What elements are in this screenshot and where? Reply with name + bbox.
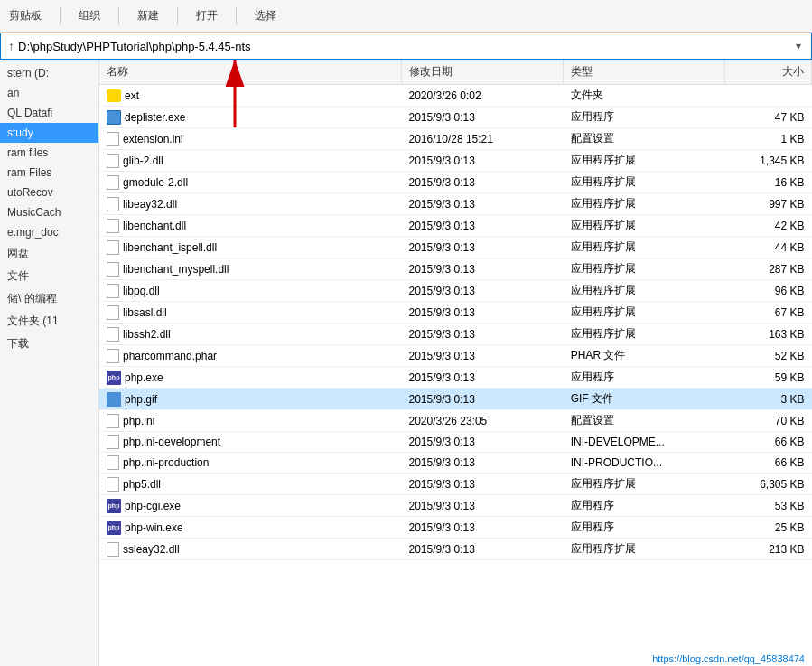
file-type-cell: 应用程序 bbox=[564, 107, 725, 128]
sidebar-item-8[interactable]: MusicCach bbox=[0, 202, 98, 222]
table-row[interactable]: gmodule-2.dll2015/9/3 0:13应用程序扩展16 KB bbox=[99, 172, 812, 193]
table-row[interactable]: extension.ini2016/10/28 15:21配置设置1 KB bbox=[99, 128, 812, 150]
file-date-cell: 2015/9/3 0:13 bbox=[402, 324, 564, 345]
col-header-size[interactable]: 大小 bbox=[725, 60, 812, 85]
file-date-cell: 2020/3/26 0:02 bbox=[402, 85, 564, 107]
address-bar-nav: ↑ bbox=[5, 39, 18, 53]
file-type-cell: 配置设置 bbox=[564, 128, 725, 150]
toolbar-clipboard[interactable]: 剪贴板 bbox=[9, 8, 42, 23]
table-row[interactable]: libenchant.dll2015/9/3 0:13应用程序扩展42 KB bbox=[99, 215, 812, 237]
file-date-cell: 2016/10/28 15:21 bbox=[402, 128, 564, 150]
table-row[interactable]: libenchant_myspell.dll2015/9/3 0:13应用程序扩… bbox=[99, 258, 812, 280]
file-name-cell: php5.dll bbox=[99, 474, 402, 495]
address-nav-up-icon[interactable]: ↑ bbox=[8, 39, 14, 53]
file-size-cell: 25 KB bbox=[725, 517, 812, 539]
file-size-cell: 163 KB bbox=[725, 324, 812, 345]
sidebar-item-3[interactable]: study bbox=[0, 123, 98, 143]
file-name-label: php-win.exe bbox=[125, 521, 183, 534]
file-type-cell: 应用程序 bbox=[564, 517, 725, 539]
file-name-cell: libssh2.dll bbox=[99, 324, 402, 345]
sidebar-item-7[interactable]: utoRecov bbox=[0, 183, 98, 202]
table-row[interactable]: libenchant_ispell.dll2015/9/3 0:13应用程序扩展… bbox=[99, 237, 812, 258]
file-type-cell: 文件夹 bbox=[564, 85, 725, 107]
file-type-cell: 应用程序扩展 bbox=[564, 324, 725, 345]
file-name-cell: libenchant_myspell.dll bbox=[99, 258, 402, 280]
file-size-cell: 16 KB bbox=[725, 172, 812, 193]
file-name-cell: phpphp.exe bbox=[99, 367, 402, 389]
table-row[interactable]: libpq.dll2015/9/3 0:13应用程序扩展96 KB bbox=[99, 280, 812, 302]
col-header-name[interactable]: 名称 bbox=[99, 60, 402, 85]
table-row[interactable]: php.ini2020/3/26 23:05配置设置70 KB bbox=[99, 410, 812, 432]
table-row[interactable]: phpphp.exe2015/9/3 0:13应用程序59 KB bbox=[99, 367, 812, 389]
address-bar: ↑ ▾ bbox=[0, 33, 812, 60]
file-name-label: ext bbox=[125, 89, 139, 102]
sidebar-item-10[interactable]: 网盘 bbox=[0, 242, 98, 265]
dll-icon bbox=[107, 305, 119, 320]
address-bar-input[interactable] bbox=[18, 40, 789, 53]
table-row[interactable]: ssleay32.dll2015/9/3 0:13应用程序扩展213 KB bbox=[99, 539, 812, 560]
sidebar-item-4[interactable]: ram files bbox=[0, 143, 98, 163]
dll-icon bbox=[107, 262, 119, 277]
sidebar-item-13[interactable]: 储\ 的编程 bbox=[0, 287, 98, 310]
ini-icon bbox=[107, 414, 119, 428]
sidebar-item-1[interactable]: an bbox=[0, 83, 98, 103]
table-row[interactable]: php5.dll2015/9/3 0:13应用程序扩展6,305 KB bbox=[99, 474, 812, 495]
main-layout: stern (D: an QL Datafi study ram files r… bbox=[0, 60, 812, 666]
table-row[interactable]: phpphp-win.exe2015/9/3 0:13应用程序25 KB bbox=[99, 517, 812, 539]
dll-icon bbox=[107, 284, 119, 298]
watermark: https://blog.csdn.net/qq_45838474 bbox=[652, 653, 805, 664]
file-date-cell: 2015/9/3 0:13 bbox=[402, 172, 564, 193]
file-name-cell: phpphp-win.exe bbox=[99, 517, 402, 539]
folder-icon bbox=[107, 89, 121, 102]
file-date-cell: 2015/9/3 0:13 bbox=[402, 258, 564, 280]
toolbar-select[interactable]: 选择 bbox=[255, 8, 276, 23]
sidebar-item-5[interactable]: ram Files bbox=[0, 163, 98, 183]
toolbar: 剪贴板 组织 新建 打开 选择 bbox=[0, 0, 812, 33]
sidebar-item-2[interactable]: QL Datafi bbox=[0, 103, 98, 123]
table-row[interactable]: glib-2.dll2015/9/3 0:13应用程序扩展1,345 KB bbox=[99, 150, 812, 172]
file-size-cell: 3 KB bbox=[725, 389, 812, 410]
table-row[interactable]: php.ini-production2015/9/3 0:13INI-PRODU… bbox=[99, 453, 812, 474]
dll-icon bbox=[107, 327, 119, 342]
gif-icon bbox=[107, 392, 121, 407]
dll-icon bbox=[107, 219, 119, 233]
table-row[interactable]: deplister.exe2015/9/3 0:13应用程序47 KB bbox=[99, 107, 812, 128]
toolbar-new[interactable]: 新建 bbox=[137, 8, 159, 23]
toolbar-open[interactable]: 打开 bbox=[196, 8, 218, 23]
sidebar-item-17[interactable]: 下载 bbox=[0, 333, 98, 355]
file-size-cell: 1 KB bbox=[725, 128, 812, 150]
toolbar-organize[interactable]: 组织 bbox=[79, 8, 100, 23]
sidebar-item-9[interactable]: e.mgr_doc bbox=[0, 222, 98, 242]
table-row[interactable]: libssh2.dll2015/9/3 0:13应用程序扩展163 KB bbox=[99, 324, 812, 345]
table-row[interactable]: php.ini-development2015/9/3 0:13INI-DEVE… bbox=[99, 432, 812, 453]
table-row[interactable]: libeay32.dll2015/9/3 0:13应用程序扩展997 KB bbox=[99, 193, 812, 215]
table-row[interactable]: libsasl.dll2015/9/3 0:13应用程序扩展67 KB bbox=[99, 302, 812, 324]
sidebar-item-0[interactable]: stern (D: bbox=[0, 63, 98, 83]
table-row[interactable]: php.gif2015/9/3 0:13GIF 文件3 KB bbox=[99, 389, 812, 410]
file-name-cell: glib-2.dll bbox=[99, 150, 402, 172]
sidebar-item-11[interactable]: 文件 bbox=[0, 265, 98, 287]
table-row[interactable]: pharcommand.phar2015/9/3 0:13PHAR 文件52 K… bbox=[99, 345, 812, 367]
file-type-cell: 配置设置 bbox=[564, 410, 725, 432]
file-date-cell: 2015/9/3 0:13 bbox=[402, 453, 564, 474]
file-type-cell: GIF 文件 bbox=[564, 389, 725, 410]
col-header-date[interactable]: 修改日期 bbox=[402, 60, 564, 85]
address-bar-dropdown-icon[interactable]: ▾ bbox=[789, 33, 807, 59]
file-name-label: php.ini bbox=[123, 415, 154, 427]
dll-icon bbox=[107, 197, 119, 211]
file-size-cell bbox=[725, 85, 812, 107]
file-type-cell: 应用程序 bbox=[564, 495, 725, 517]
col-header-type[interactable]: 类型 bbox=[564, 60, 725, 85]
file-name-label: php.ini-production bbox=[123, 456, 209, 469]
ini-icon bbox=[107, 435, 119, 449]
table-row[interactable]: phpphp-cgi.exe2015/9/3 0:13应用程序53 KB bbox=[99, 495, 812, 517]
file-name-cell: libenchant_ispell.dll bbox=[99, 237, 402, 258]
file-name-cell: libsasl.dll bbox=[99, 302, 402, 324]
file-type-cell: 应用程序扩展 bbox=[564, 237, 725, 258]
sidebar-item-15[interactable]: 文件夹 (11 bbox=[0, 310, 98, 333]
table-row[interactable]: ext2020/3/26 0:02文件夹 bbox=[99, 85, 812, 107]
file-name-cell: php.gif bbox=[99, 389, 402, 410]
file-date-cell: 2015/9/3 0:13 bbox=[402, 474, 564, 495]
file-name-label: php-cgi.exe bbox=[125, 500, 181, 512]
file-size-cell: 52 KB bbox=[725, 345, 812, 367]
